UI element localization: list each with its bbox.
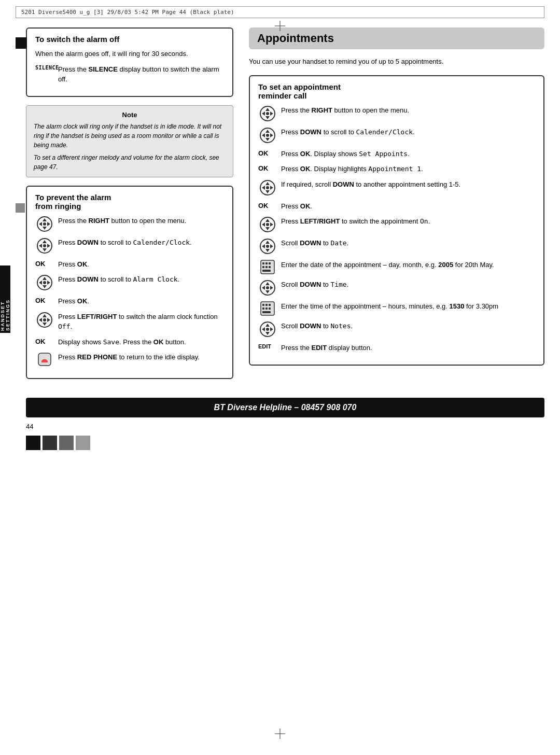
svg-marker-29 <box>265 116 270 119</box>
svg-rect-64 <box>262 270 271 272</box>
svg-marker-53 <box>265 249 270 252</box>
svg-marker-83 <box>270 327 273 331</box>
svg-rect-62 <box>265 266 268 268</box>
nav-icon-r4 <box>258 216 277 233</box>
prevent-step-5: OK Press OK. <box>35 296 224 306</box>
svg-marker-52 <box>265 241 270 244</box>
svg-marker-15 <box>43 277 47 280</box>
prevent-step-7-text: Display shows Save. Press the OK button. <box>58 337 224 347</box>
page-number: 44 <box>26 423 544 430</box>
reminder-step-10-text: Scroll DOWN to Time. <box>281 279 535 290</box>
nav-icon-1 <box>35 216 54 232</box>
corner-marker <box>16 37 27 49</box>
prevent-step-8: Press RED PHONE to return to the idle di… <box>35 352 224 367</box>
reminder-step-6-text: Press OK. <box>281 201 535 212</box>
svg-rect-73 <box>265 304 268 306</box>
svg-marker-36 <box>262 133 265 137</box>
crosshair-bottom <box>275 729 285 740</box>
svg-rect-89 <box>59 436 74 450</box>
prevent-alarm-title: To prevent the alarmfrom ringing <box>35 193 224 211</box>
note-line-1: The alarm clock will ring only if the ha… <box>34 122 226 150</box>
switch-alarm-section: To switch the alarm off When the alarm g… <box>26 27 233 97</box>
ok-label-2: OK <box>35 296 54 304</box>
svg-marker-54 <box>262 244 265 248</box>
prevent-step-4-text: Press DOWN to scroll to Alarm Clock. <box>58 274 224 285</box>
reminder-step-8-text: Scroll DOWN to Date. <box>281 238 535 248</box>
page: HANDSET SETTINGS 5201 Diverse5400 u_g [3… <box>0 6 560 755</box>
kbd-icon-2 <box>258 301 277 316</box>
note-line-2: To set a different ringer melody and vol… <box>34 153 226 172</box>
silence-text: Press the SILENCE display button to swit… <box>58 64 224 85</box>
svg-marker-66 <box>265 282 270 285</box>
prevent-step-6: Press LEFT/RIGHT to switch the alarm clo… <box>35 312 224 332</box>
ok-label-r2: OK <box>258 164 277 172</box>
svg-point-25 <box>43 318 46 321</box>
svg-marker-16 <box>43 285 47 288</box>
switch-alarm-body: When the alarm goes off, it will ring fo… <box>35 49 224 59</box>
nav-icon-r1 <box>258 105 277 122</box>
svg-marker-81 <box>265 332 270 335</box>
svg-marker-4 <box>43 227 47 230</box>
svg-marker-24 <box>47 318 50 322</box>
svg-rect-76 <box>265 307 268 310</box>
reminder-step-4-text: Press OK. Display highlights Appointment… <box>281 164 535 174</box>
svg-point-7 <box>43 222 46 226</box>
svg-marker-80 <box>265 324 270 327</box>
left-column: To switch the alarm off When the alarm g… <box>26 27 233 387</box>
nav-icon-r2 <box>258 127 277 144</box>
prevent-step-8-text: Press RED PHONE to return to the idle di… <box>58 352 224 362</box>
nav-icon-2 <box>35 237 54 254</box>
svg-marker-82 <box>262 327 265 331</box>
prevent-step-1-text: Press the RIGHT button to open the menu. <box>58 216 224 226</box>
svg-rect-75 <box>262 307 264 310</box>
ok-label-1: OK <box>35 259 54 268</box>
svg-marker-35 <box>265 138 270 141</box>
reminder-step-6: OK Press OK. <box>258 201 535 212</box>
reminder-step-12-text: Scroll DOWN to Notes. <box>281 321 535 331</box>
nav-icon-4 <box>35 312 54 328</box>
svg-rect-58 <box>262 262 264 264</box>
main-content: To switch the alarm off When the alarm g… <box>26 27 544 387</box>
svg-marker-9 <box>43 240 47 243</box>
header-strip: 5201 Diverse5400 u_g [3] 29/8/03 5:42 PM… <box>16 6 544 18</box>
reminder-step-7: Press LEFT/RIGHT to switch the appointme… <box>258 216 535 233</box>
svg-marker-69 <box>270 286 273 290</box>
appointments-header: Appointments <box>249 27 544 49</box>
bottom-squares <box>26 436 560 450</box>
svg-point-44 <box>266 186 269 189</box>
note-box: Note The alarm clock will ring only if t… <box>26 105 233 177</box>
edit-label: EDIT <box>258 343 277 349</box>
svg-rect-77 <box>269 307 271 310</box>
mid-marker <box>16 203 25 213</box>
svg-marker-49 <box>270 222 273 227</box>
reminder-step-10: Scroll DOWN to Time. <box>258 279 535 296</box>
svg-point-56 <box>266 245 269 248</box>
nav-icon-r5 <box>258 238 277 255</box>
reminder-step-11-text: Enter the time of the appointment – hour… <box>281 301 535 312</box>
switch-alarm-title: To switch the alarm off <box>35 35 224 44</box>
side-label: HANDSET SETTINGS <box>0 265 10 333</box>
svg-rect-74 <box>269 304 271 306</box>
svg-marker-40 <box>265 182 270 185</box>
prevent-step-7: OK Display shows Save. Press the OK butt… <box>35 337 224 347</box>
silence-step: SILENCE Press the SILENCE display button… <box>35 64 224 85</box>
reminder-step-13: EDIT Press the EDIT display button. <box>258 343 535 353</box>
svg-marker-5 <box>39 222 42 226</box>
prevent-step-5-text: Press OK. <box>58 296 224 306</box>
svg-marker-47 <box>265 227 270 230</box>
svg-rect-90 <box>76 436 90 450</box>
reminder-step-11: Enter the time of the appointment – hour… <box>258 301 535 316</box>
bottom-bar: BT Diverse Helpline – 08457 908 070 <box>26 398 544 417</box>
svg-marker-12 <box>47 244 50 248</box>
nav-icon-r7 <box>258 321 277 338</box>
nav-icon-3 <box>35 274 54 291</box>
prevent-step-6-text: Press LEFT/RIGHT to switch the alarm clo… <box>58 312 224 332</box>
svg-marker-17 <box>39 281 42 285</box>
prevent-step-3: OK Press OK. <box>35 259 224 270</box>
reminder-step-4: OK Press OK. Display highlights Appointm… <box>258 164 535 174</box>
reminder-step-1-text: Press the RIGHT button to open the menu. <box>281 105 535 116</box>
reminder-step-12: Scroll DOWN to Notes. <box>258 321 535 338</box>
svg-marker-30 <box>262 111 265 116</box>
svg-marker-46 <box>265 219 270 222</box>
svg-rect-59 <box>265 262 268 264</box>
